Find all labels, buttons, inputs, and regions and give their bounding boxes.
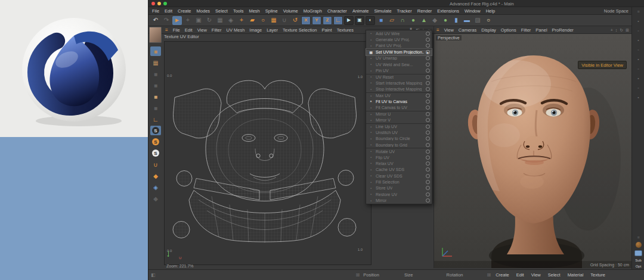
dock-tab-icon-7[interactable]: ▪ — [637, 76, 639, 80]
context-menu-item[interactable]: ▪ Mirror V — [366, 117, 432, 123]
dock-menu-icon[interactable]: ≡ — [637, 235, 639, 239]
context-menu-item[interactable]: ▪ UV Unwrap — [366, 55, 432, 61]
recent-tool-icon[interactable]: ▦ — [215, 16, 225, 25]
uv-menubar-item[interactable]: File — [173, 27, 180, 33]
menubar-item[interactable]: Tools — [233, 8, 244, 14]
render-settings-icon[interactable]: ◐ — [366, 16, 375, 25]
menubar-item[interactable]: File — [152, 8, 159, 14]
statusbar-menu-item[interactable]: Select — [548, 272, 561, 278]
pan-view-icon[interactable]: + — [611, 28, 613, 33]
title-bar[interactable]: Advanced Face Rig.c4d * - Main — [148, 0, 644, 7]
context-menu-item[interactable]: ▪ Start Interactive Mapping — [366, 80, 432, 86]
dock-collapse-icon[interactable]: ≡ — [637, 10, 639, 14]
context-menu-item[interactable]: ▪ Paint UV Proj. — [366, 43, 432, 49]
dock-tab-icon-8[interactable]: ▫ — [637, 86, 639, 90]
close-window-icon[interactable] — [151, 2, 155, 5]
grid-mode-icon[interactable]: ⊞ — [487, 272, 491, 278]
menubar-item[interactable]: Help — [486, 8, 495, 14]
edges-mode-icon[interactable]: ■ — [150, 69, 161, 79]
menubar-item[interactable]: Character — [327, 8, 347, 14]
planar-workplane-icon[interactable]: ◈ — [150, 182, 161, 192]
dock-tab-icon-2[interactable]: ▫ — [637, 29, 639, 33]
menubar-item[interactable]: Select — [215, 8, 228, 14]
uv-menubar-item[interactable]: Texture Selection — [283, 27, 317, 33]
model-mode-icon[interactable]: ■ — [150, 92, 161, 101]
polygons-mode-icon[interactable]: ■ — [150, 80, 161, 90]
checker-select-icon[interactable]: ▦ — [269, 16, 278, 25]
viewport-menubar-item[interactable]: Cameras — [459, 27, 476, 33]
context-menu-item[interactable]: ▪ Line Up UV — [366, 123, 432, 129]
menubar-item[interactable]: Tracker — [397, 8, 412, 14]
context-menu-item[interactable]: ▪ Generate UV Proj. — [366, 36, 432, 42]
context-menu-item[interactable]: ▪ Clear UV SDS — [366, 173, 432, 179]
context-menu-item[interactable]: ▪ Fill Selection — [366, 179, 432, 185]
menubar-item[interactable]: Modes — [197, 8, 210, 14]
material-swatch-icon[interactable] — [636, 242, 642, 248]
context-menu-item[interactable]: ▪ Relax UV — [366, 160, 432, 166]
context-menu-item[interactable]: ▪ Max UV — [366, 92, 432, 98]
make-editable-icon[interactable]: ■ — [150, 46, 161, 56]
viewport-menubar-item[interactable]: ProRender — [552, 27, 574, 33]
dock-tab-icon-4[interactable]: ▫ — [637, 48, 639, 52]
snap-modes-icon[interactable]: S — [150, 148, 161, 158]
context-menu-item[interactable]: ▪ UV Weld and Sew... — [366, 61, 432, 67]
uv-menubar-item[interactable]: Edit — [185, 27, 193, 33]
floor-icon[interactable]: ▬ — [462, 16, 472, 25]
zoom-view-icon[interactable]: ↕ — [615, 28, 618, 33]
viewport-menubar-item[interactable]: Filter — [521, 27, 531, 33]
mirror-tool-icon[interactable]: ↺ — [290, 16, 300, 25]
uv-menubar-item[interactable]: View — [197, 27, 207, 33]
viewport-menubar-item[interactable]: Options — [501, 27, 516, 33]
points-mode-icon[interactable]: ▦ — [150, 58, 161, 67]
menubar-item[interactable]: Spline — [265, 8, 278, 14]
material-preview-thumbnail[interactable] — [149, 27, 162, 43]
uv-editor-tab[interactable]: Texture UV Editor — [164, 34, 199, 39]
polygon-pen-icon[interactable]: ▰ — [247, 16, 257, 25]
statusbar-menu-item[interactable]: Edit — [516, 272, 524, 278]
context-menu-item[interactable]: ▪ Restore UV — [366, 191, 432, 197]
magnet-tool-icon[interactable]: ∪ — [280, 16, 289, 25]
coordinate-system-icon[interactable]: ∟ — [333, 16, 343, 25]
viewport-menubar-item[interactable]: Display — [481, 27, 496, 33]
render-picture-viewer-icon[interactable]: ▣ — [355, 16, 364, 25]
context-menu-item[interactable]: ▪ Add UV Wire — [366, 30, 432, 36]
workplane-icon[interactable]: ◆ — [150, 171, 161, 181]
uv-menubar-item[interactable]: UV Mesh — [227, 27, 245, 33]
menubar-item[interactable]: Animate — [352, 8, 369, 14]
render-view-icon[interactable]: ▶ — [344, 16, 354, 25]
context-menu-item[interactable]: × Fit UV to Canvas — [366, 98, 432, 104]
texture-mode-icon[interactable]: ■ — [150, 103, 161, 113]
move-tool-icon[interactable]: + — [183, 16, 193, 25]
x-axis-lock-icon[interactable]: X — [301, 16, 311, 25]
context-menu-item[interactable]: ▦ Set UVW from Projection... ▶ — [366, 49, 432, 55]
lock-workplane-icon[interactable]: ◆ — [150, 194, 161, 203]
magnet-icon[interactable]: ∪ — [150, 160, 161, 169]
viewport-menubar-item[interactable]: Panel — [535, 27, 547, 33]
menubar-item[interactable]: Mesh — [249, 8, 259, 14]
context-menu-item[interactable]: ▪ UV Reset — [366, 74, 432, 80]
uv-menubar-item[interactable]: Paint — [322, 27, 332, 33]
subdivision-surface-icon[interactable]: ● — [408, 16, 418, 25]
viewport-panel-menu-icon[interactable]: ≡ — [436, 27, 439, 33]
light-icon[interactable]: ○ — [484, 16, 493, 25]
minimize-window-icon[interactable] — [157, 2, 161, 5]
perspective-viewport[interactable]: Perspective Visible in Editor View — [434, 34, 631, 268]
context-menu-item[interactable]: ▪ Mirror — [366, 198, 432, 204]
fields-icon[interactable]: ◆ — [430, 16, 439, 25]
context-menu-item[interactable]: ▪ Mirror U — [366, 111, 432, 117]
cloner-icon[interactable]: ▲ — [419, 16, 429, 25]
viewport-menubar-item[interactable]: View — [444, 27, 454, 33]
volume-icon[interactable]: ● — [441, 16, 450, 25]
create-cube-icon[interactable]: ■ — [376, 16, 386, 25]
uv-menubar-item[interactable]: Textures — [337, 27, 354, 33]
statusbar-menu-item[interactable]: Texture — [590, 272, 605, 278]
dock-tab-icon-9[interactable]: ▪ — [637, 95, 639, 99]
snap-settings-icon[interactable]: S — [150, 137, 161, 147]
context-menu-item[interactable]: ▪ Fit Canvas to UV — [366, 105, 432, 111]
statusbar-menu-item[interactable]: Create — [496, 272, 509, 278]
menubar-item[interactable]: Window — [465, 8, 481, 14]
context-menu-item[interactable]: ▪ Boundary to Circle — [366, 136, 432, 142]
uv-editor-canvas[interactable]: 0.0 1.0 0.0 1.0 — [164, 41, 371, 265]
uv-menubar-item[interactable]: Layer — [267, 27, 278, 33]
dock-tab-icon-3[interactable]: ▪ — [637, 38, 639, 42]
